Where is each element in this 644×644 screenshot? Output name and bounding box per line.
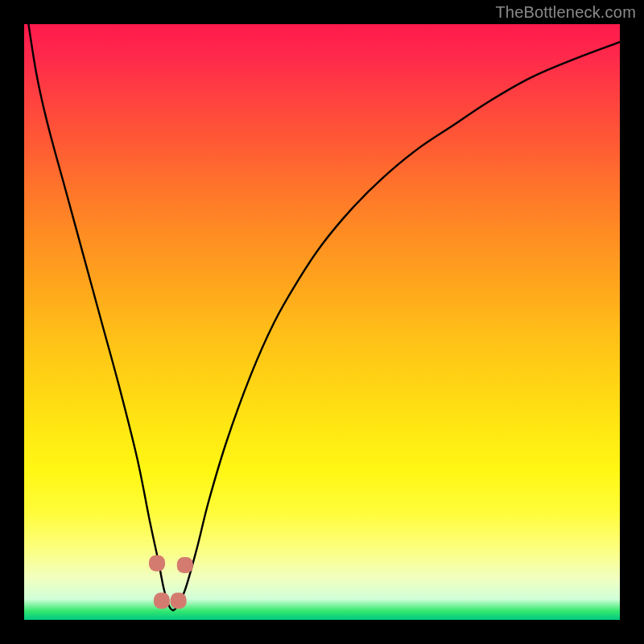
curve-marker	[149, 555, 165, 572]
curve-marker	[171, 592, 187, 609]
curve-svg	[24, 24, 620, 620]
plot-area	[24, 24, 620, 620]
bottleneck-curve	[24, 24, 620, 610]
curve-marker	[177, 557, 193, 573]
curve-marker	[154, 592, 170, 609]
watermark-text: TheBottleneck.com	[495, 3, 636, 22]
chart-frame: TheBottleneck.com	[0, 0, 644, 644]
curve-markers	[149, 555, 193, 609]
